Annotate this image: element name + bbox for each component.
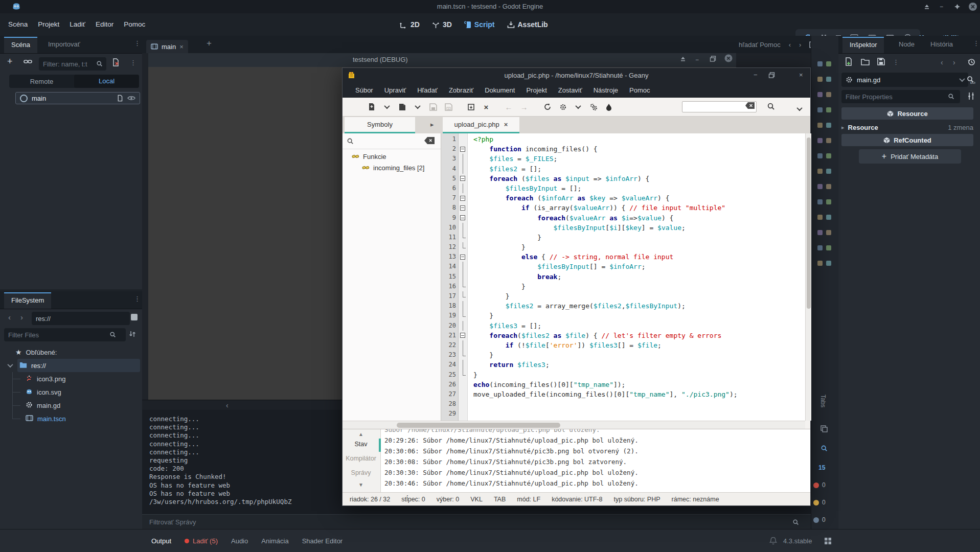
strip-badge[interactable]: 0	[813, 481, 826, 489]
output-filter-input[interactable]	[145, 516, 797, 527]
strip-icon[interactable]	[817, 199, 823, 204]
geany-minimize[interactable]: −	[754, 71, 758, 79]
load-resource-icon[interactable]	[861, 58, 870, 65]
symbol-filter-input[interactable]	[357, 135, 423, 148]
edit-forward-icon[interactable]: ›	[953, 58, 955, 66]
nav-back-icon[interactable]: ‹	[8, 313, 11, 321]
history-back-icon[interactable]: ‹	[789, 41, 791, 49]
resource-extra-menu-icon[interactable]: ⋮	[893, 58, 899, 66]
strip-icon[interactable]	[817, 92, 823, 97]
add-node-button[interactable]: +	[7, 56, 13, 67]
detach-script-icon[interactable]	[111, 58, 120, 66]
compile-icon[interactable]	[540, 103, 555, 111]
clear-search-icon[interactable]	[745, 102, 755, 110]
search-panel-icon[interactable]	[821, 445, 828, 452]
layout-grid-icon[interactable]	[824, 537, 832, 545]
strip-icon[interactable]	[817, 123, 823, 128]
category-refcounted[interactable]: RefCounted	[841, 134, 973, 146]
fold-box-icon[interactable]	[460, 176, 465, 181]
symbol-row[interactable]: incoming_files [2]	[362, 164, 424, 172]
nav-forward-icon[interactable]: →	[516, 103, 532, 111]
add-metadata-button[interactable]: + Pridať Metadáta	[859, 149, 961, 164]
inspector-tab-node[interactable]: Node	[892, 37, 922, 52]
tab-kompilator[interactable]: Kompilátor	[343, 455, 379, 462]
workspace-3d[interactable]: 3D	[426, 20, 458, 29]
code-editor[interactable]: 1<?php2 function incoming_files() {3 $fi…	[441, 133, 811, 421]
menu-editor[interactable]: Editor	[90, 13, 119, 36]
file-row-main.gd[interactable]: main.gd	[2, 399, 140, 412]
fold-box-icon[interactable]	[460, 333, 465, 338]
strip-icon[interactable]	[817, 153, 823, 158]
new-scene-tab-button[interactable]: +	[207, 38, 212, 49]
editor-hscrollbar[interactable]	[343, 421, 805, 429]
menu-pomoc[interactable]: Pomoc	[119, 13, 150, 36]
resource-picker[interactable]: main.gd	[841, 73, 968, 87]
strip-icon[interactable]	[826, 107, 831, 112]
clear-symbol-filter-icon[interactable]	[424, 137, 435, 146]
geany-menu-zostaviť[interactable]: Zostaviť	[553, 86, 588, 94]
file-filter-input[interactable]	[4, 328, 126, 341]
inspector-tab-história[interactable]: História	[923, 37, 960, 52]
strip-icon[interactable]	[826, 184, 831, 189]
strip-icon[interactable]	[826, 123, 831, 128]
geany-menu-upraviť[interactable]: Upraviť	[379, 86, 412, 94]
strip-icon[interactable]	[817, 169, 823, 174]
strip-icon[interactable]	[817, 184, 823, 189]
dock-menu-icon[interactable]: ⋮	[134, 39, 141, 47]
document-tab[interactable]: upload_pic.php ×	[443, 117, 519, 133]
strip-icon[interactable]	[826, 245, 831, 250]
strip-icon[interactable]	[826, 92, 831, 97]
category-resource[interactable]: Resource	[841, 107, 973, 120]
save-resource-icon[interactable]	[877, 58, 885, 65]
open-docs-icon[interactable]: DOC	[966, 76, 975, 84]
symbols-group-row[interactable]: Funkcie	[352, 153, 386, 160]
toggle-remote[interactable]: Remote	[9, 78, 74, 85]
path-input[interactable]	[32, 312, 130, 325]
collapse-left-icon[interactable]: ‹	[226, 401, 229, 409]
debug-minimize-icon[interactable]: −	[695, 53, 699, 66]
tab-importovat[interactable]: Importovať	[41, 37, 87, 52]
strip-icon[interactable]	[817, 230, 823, 235]
scene-tab-main[interactable]: main ×	[146, 40, 188, 53]
open-file-icon[interactable]	[395, 103, 410, 111]
geany-close[interactable]: ×	[799, 71, 803, 79]
strip-icon[interactable]	[817, 77, 823, 82]
instance-scene-icon[interactable]	[24, 58, 32, 65]
search-help-button[interactable]: hľadať Pomoc	[739, 41, 781, 49]
strip-icon[interactable]	[826, 153, 831, 158]
bottom-tab-audio[interactable]: Audio	[231, 537, 248, 545]
new-file-icon[interactable]	[364, 103, 379, 111]
tab-stav[interactable]: Stav	[343, 441, 379, 448]
geany-menu-hľadať[interactable]: Hľadať	[412, 86, 443, 94]
fold-box-icon[interactable]	[460, 196, 465, 201]
history-forward-icon[interactable]: ›	[799, 41, 801, 49]
strip-icon[interactable]	[826, 261, 831, 266]
close-tab-icon[interactable]: ×	[504, 121, 508, 128]
scene-node-row[interactable]: main	[15, 92, 140, 104]
strip-icon[interactable]	[817, 215, 823, 220]
history-icon[interactable]	[967, 58, 975, 66]
geany-menu-dokument[interactable]: Dokument	[479, 86, 520, 94]
workspace-assetlib[interactable]: AssetLib	[501, 20, 554, 29]
strip-icon[interactable]	[817, 61, 823, 66]
strip-icon[interactable]	[817, 261, 823, 266]
close-doc-icon[interactable]: ×	[478, 103, 494, 111]
editor-vscrollbar[interactable]	[805, 133, 811, 421]
bottom-tab-anim-cia[interactable]: Animácia	[261, 537, 288, 545]
revert-icon[interactable]	[463, 103, 478, 111]
geany-menu-zobraziť[interactable]: Zobraziť	[443, 86, 479, 94]
tab-filesystem[interactable]: FileSystem	[4, 292, 51, 309]
bottom-tab-ladi-[interactable]: Ladiť (5)	[185, 537, 218, 545]
run-icon[interactable]	[586, 103, 601, 111]
geany-menu-pomoc[interactable]: Pomoc	[624, 86, 655, 94]
fold-box-icon[interactable]	[460, 215, 465, 220]
new-resource-icon[interactable]	[845, 57, 853, 66]
menu-projekt[interactable]: Projekt	[33, 13, 64, 36]
tabs-scroll-down-icon[interactable]: ▼	[343, 482, 379, 488]
workspace-2d[interactable]: 2D	[394, 20, 426, 29]
geany-menu-súbor[interactable]: Súbor	[350, 86, 379, 94]
resource-section-row[interactable]: ▸ Resource 1 zmena	[841, 122, 973, 133]
search-dropdown[interactable]	[797, 105, 802, 112]
strip-icon[interactable]	[817, 138, 823, 143]
menu-ladiť[interactable]: Ladiť	[64, 13, 90, 36]
